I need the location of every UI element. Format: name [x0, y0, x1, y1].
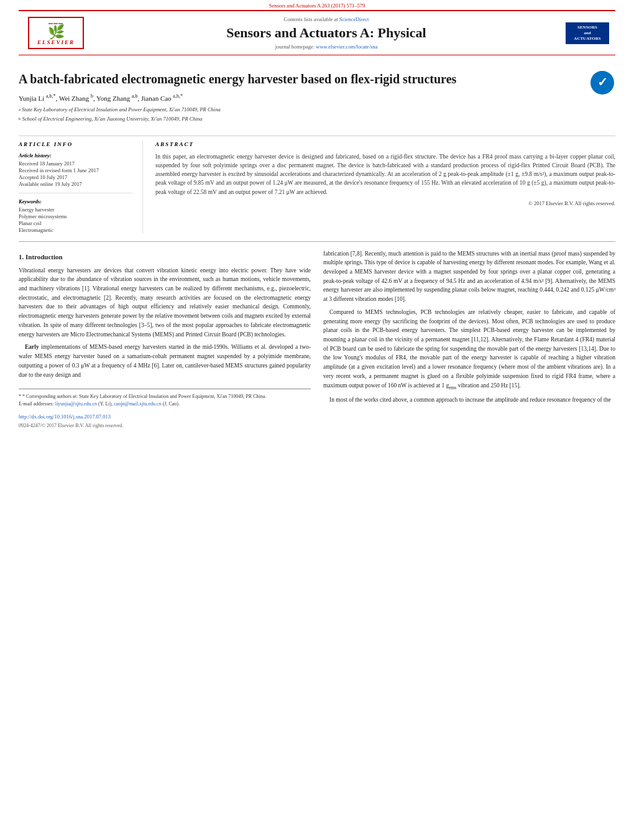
article-title-section: A batch-fabricated electromagnetic energ…	[19, 62, 615, 129]
keyword-3: Planar coil	[19, 220, 133, 226]
info-section: ARTICLE INFO Article history: Received 1…	[19, 136, 615, 234]
footnote-star: * * Corresponding authors at: State Key …	[19, 393, 311, 400]
article-title: A batch-fabricated electromagnetic energ…	[19, 71, 581, 87]
homepage-label: journal homepage:	[275, 44, 315, 50]
abstract-text: In this paper, an electromagnetic energy…	[155, 152, 615, 196]
right-para-3: In most of the works cited above, a comm…	[323, 395, 615, 405]
affil-text-a: State Key Laboratory of Electrical Insul…	[22, 106, 221, 114]
elsevier-logo: ▬▬▬ 🌿 ELSEVIER	[28, 17, 84, 49]
sensors-badge-line1: SENSORS	[569, 25, 606, 30]
contents-line: Contents lists available at ScienceDirec…	[284, 16, 369, 22]
keyword-4: Electromagnetic	[19, 227, 133, 233]
header-right: SENSORS and ACTUATORS	[559, 16, 615, 50]
sensors-badge: SENSORS and ACTUATORS	[566, 22, 609, 44]
page-wrapper: Sensors and Actuators A 263 (2017) 571–5…	[0, 0, 634, 840]
article-history: Article history: Received 18 January 201…	[19, 152, 133, 193]
keyword-1: Energy harvester	[19, 206, 133, 213]
body-divider	[19, 241, 615, 242]
email2-name: (J. Cao).	[163, 401, 180, 407]
accepted-date: Accepted 10 July 2017	[19, 174, 133, 180]
doi-line: http://dx.doi.org/10.1016/j.sna.2017.07.…	[19, 413, 311, 421]
affil-text-b: School of Electrical Engineering, Xi'an …	[22, 115, 203, 123]
affiliation-a: a State Key Laboratory of Electrical Ins…	[19, 106, 581, 114]
header-center: Contents lists available at ScienceDirec…	[93, 16, 559, 50]
intro-heading: 1. Introduction	[19, 252, 311, 262]
affiliations: a State Key Laboratory of Electrical Ins…	[19, 106, 581, 123]
top-banner: Sensors and Actuators A 263 (2017) 571–5…	[0, 0, 634, 10]
email2-link[interactable]: caojn@mail.xjtu.edu.cn	[114, 401, 161, 407]
affil-super-b: b	[19, 116, 21, 122]
sciencedirect-link[interactable]: ScienceDirect	[339, 16, 369, 22]
sensors-badge-line3: ACTUATORS	[569, 36, 606, 42]
abstract-heading: ABSTRACT	[155, 141, 615, 147]
body-col-right: fabrication [7,8]. Recently, much attent…	[323, 249, 615, 430]
received-revised-date: Received in revised form 1 June 2017	[19, 167, 133, 173]
issn-line: 0924-4247/© 2017 Elsevier B.V. All right…	[19, 422, 311, 430]
body-columns: 1. Introduction Vibrational energy harve…	[19, 249, 615, 430]
footnote-email: E-mail addresses: liyunjia@xjtu.edu.cn (…	[19, 400, 311, 408]
article-title-text: A batch-fabricated electromagnetic energ…	[19, 71, 581, 124]
homepage-link[interactable]: www.elsevier.com/locate/sna	[316, 44, 377, 50]
crossmark-icon: ✓	[590, 71, 614, 95]
author-yunjia: Yunjia Li a,b,*,	[19, 95, 57, 102]
elsevier-name: ELSEVIER	[37, 39, 75, 45]
article-info-heading: ARTICLE INFO	[19, 141, 133, 147]
body-col-left: 1. Introduction Vibrational energy harve…	[19, 249, 311, 430]
copyright-line: © 2017 Elsevier B.V. All rights reserved…	[155, 200, 615, 206]
star-symbol: *	[19, 394, 21, 399]
email1-link[interactable]: liyunjia@xjtu.edu.cn	[55, 401, 97, 407]
email1-name: (Y. Li),	[98, 401, 113, 407]
available-date: Available online 19 July 2017	[19, 181, 133, 187]
citation-text: Sensors and Actuators A 263 (2017) 571–5…	[269, 2, 365, 9]
affil-super-a: a	[19, 106, 21, 113]
author-yong: Yong Zhang a,b,	[96, 95, 139, 102]
authors-line: Yunjia Li a,b,*, Wei Zhang b, Yong Zhang…	[19, 93, 581, 102]
author-jianan: Jianan Cao a,b,*	[141, 95, 183, 102]
svg-text:✓: ✓	[597, 75, 608, 89]
article-info-panel: ARTICLE INFO Article history: Received 1…	[19, 141, 143, 234]
doi-link[interactable]: http://dx.doi.org/10.1016/j.sna.2017.07.…	[19, 413, 111, 420]
crossmark-badge[interactable]: ✓	[590, 71, 615, 95]
intro-para-1: Vibrational energy harvesters are device…	[19, 266, 311, 339]
header-left: ▬▬▬ 🌿 ELSEVIER	[19, 16, 93, 50]
email-label: E-mail addresses:	[19, 401, 54, 407]
footnotes-area: * * Corresponding authors at: State Key …	[19, 389, 311, 430]
homepage-line: journal homepage: www.elsevier.com/locat…	[275, 44, 378, 50]
right-para-2: Compared to MEMS technologies, PCB techn…	[323, 308, 615, 392]
author-wei: Wei Zhang b,	[59, 95, 95, 102]
article-content: A batch-fabricated electromagnetic energ…	[19, 55, 615, 436]
keywords-label: Keywords:	[19, 198, 133, 205]
footnote-star-text: * Corresponding authors at: State Key La…	[22, 394, 266, 399]
intro-para-2: Early implementations of MEMS-based ener…	[19, 343, 311, 379]
sensors-badge-line2: and	[569, 30, 606, 36]
abstract-section: ABSTRACT In this paper, an electromagnet…	[155, 141, 615, 234]
right-para-1: fabrication [7,8]. Recently, much attent…	[323, 249, 615, 304]
journal-header: ▬▬▬ 🌿 ELSEVIER Contents lists available …	[19, 10, 615, 55]
keyword-2: Polymer microsystems	[19, 213, 133, 219]
logo-tree-icon: 🌿	[48, 25, 65, 39]
keywords-section: Keywords: Energy harvester Polymer micro…	[19, 198, 133, 233]
journal-title: Sensors and Actuators A: Physical	[226, 25, 426, 41]
contents-label: Contents lists available at	[284, 16, 338, 22]
affiliation-b: b School of Electrical Engineering, Xi'a…	[19, 115, 581, 123]
history-label: Article history:	[19, 152, 133, 159]
early-text: Early	[25, 344, 39, 350]
received-date: Received 18 January 2017	[19, 160, 133, 167]
